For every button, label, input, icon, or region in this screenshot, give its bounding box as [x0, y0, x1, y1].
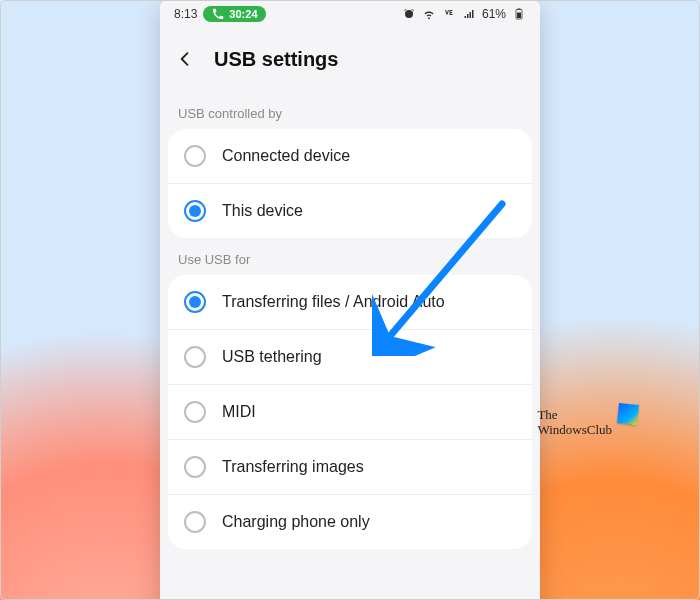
list-use-for: Transferring files / Android Auto USB te…: [168, 275, 532, 549]
option-connected-device[interactable]: Connected device: [168, 129, 532, 184]
section-label-use-for: Use USB for: [160, 238, 540, 275]
alarm-icon: [402, 8, 416, 20]
option-usb-tethering[interactable]: USB tethering: [168, 330, 532, 385]
chevron-left-icon: [175, 49, 195, 69]
option-transferring-images[interactable]: Transferring images: [168, 440, 532, 495]
ongoing-call-pill[interactable]: 30:24: [203, 6, 265, 22]
status-time: 8:13: [174, 7, 197, 21]
option-label: Transferring files / Android Auto: [222, 293, 445, 311]
watermark-line1: The: [537, 408, 612, 423]
option-label: MIDI: [222, 403, 256, 421]
radio-icon: [184, 456, 206, 478]
option-label: Connected device: [222, 147, 350, 165]
svg-rect-1: [518, 9, 521, 10]
option-this-device[interactable]: This device: [168, 184, 532, 238]
option-label: Charging phone only: [222, 513, 370, 531]
status-bar: 8:13 30:24 61%: [160, 0, 540, 26]
option-transferring-files[interactable]: Transferring files / Android Auto: [168, 275, 532, 330]
battery-percentage: 61%: [482, 7, 506, 21]
signal-icon: [462, 8, 476, 20]
phone-screen: 8:13 30:24 61% USB settings USB controll…: [160, 0, 540, 600]
svg-rect-2: [517, 13, 521, 19]
radio-icon: [184, 346, 206, 368]
wifi-icon: [422, 8, 436, 20]
volte-icon: [442, 8, 456, 20]
list-controlled-by: Connected device This device: [168, 129, 532, 238]
option-label: This device: [222, 202, 303, 220]
radio-icon: [184, 145, 206, 167]
option-charging-only[interactable]: Charging phone only: [168, 495, 532, 549]
battery-icon: [512, 8, 526, 20]
radio-icon: [184, 200, 206, 222]
section-label-controlled-by: USB controlled by: [160, 92, 540, 129]
option-label: Transferring images: [222, 458, 364, 476]
radio-icon: [184, 291, 206, 313]
watermark-line2: WindowsClub: [537, 423, 612, 438]
option-midi[interactable]: MIDI: [168, 385, 532, 440]
call-duration: 30:24: [229, 8, 257, 20]
watermark-text: The WindowsClub: [537, 408, 612, 438]
phone-icon: [211, 8, 225, 20]
option-label: USB tethering: [222, 348, 322, 366]
page-title: USB settings: [214, 48, 338, 71]
radio-icon: [184, 511, 206, 533]
radio-icon: [184, 401, 206, 423]
page-header: USB settings: [160, 26, 540, 92]
back-button[interactable]: [170, 44, 200, 74]
watermark-logo-icon: [617, 403, 639, 425]
